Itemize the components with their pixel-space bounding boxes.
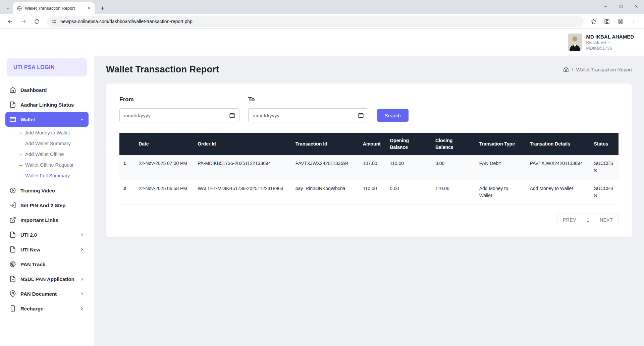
- window-maximize-button[interactable]: [613, 0, 629, 13]
- col-header-date: Date: [135, 133, 194, 155]
- submenu-item-label: Wallet Offline Request: [25, 162, 73, 168]
- window-controls: [598, 0, 644, 14]
- sidebar-item-label: Wallet: [20, 117, 75, 122]
- sidebar-item-label: PAN Track: [20, 262, 85, 267]
- map-pin-icon: [9, 290, 16, 297]
- report-card: From To: [106, 83, 632, 237]
- sidebar-item-recharge[interactable]: Recharge: [5, 301, 89, 316]
- user-text: MD IKBAL AHAMED RETAILER MDIKB51736: [586, 34, 634, 51]
- col-header-transation-details: Transation Details: [526, 133, 590, 155]
- cell-amount: 110.00: [359, 180, 386, 205]
- sidebar-logo-space: [0, 29, 94, 54]
- cell-transaction-id: PAVTXJWX24201133694: [291, 155, 359, 180]
- user-menu[interactable]: MD IKBAL AHAMED RETAILER MDIKB51736: [568, 34, 634, 51]
- breadcrumb-current: Wallet Transaction Report: [576, 67, 632, 72]
- play-circle-icon: [9, 187, 16, 194]
- cell-transation-details: PAVTXJWX24201133694: [526, 155, 590, 180]
- window-minimize-button[interactable]: [598, 0, 613, 13]
- user-role-label: RETAILER: [586, 40, 606, 45]
- submenu-item-label: Wallet Full Summary: [25, 173, 70, 178]
- cell-index: 1: [119, 155, 135, 180]
- dash-bullet: –: [19, 162, 22, 168]
- document-icon: [9, 246, 16, 253]
- external-link-icon: [9, 217, 16, 223]
- sidebar-item-wallet[interactable]: Wallet: [5, 112, 89, 127]
- chevron-down-icon: [79, 117, 85, 122]
- submenu-item-wallet-offline-request[interactable]: – Wallet Offline Request: [17, 160, 89, 170]
- document-icon: [9, 101, 16, 108]
- window-close-button[interactable]: [629, 0, 644, 13]
- breadcrumb-separator: /: [572, 67, 573, 72]
- table-row: 2 22-Nov-2025 06:58 PM WALLET-MDIKB51736…: [119, 180, 619, 205]
- calendar-icon[interactable]: [229, 112, 235, 118]
- sidebar-item-label: Training Video: [20, 188, 85, 193]
- tab-close-icon[interactable]: [86, 5, 92, 11]
- dash-bullet: –: [19, 141, 22, 146]
- sidebar-item-set-pin-and-2-step[interactable]: Set PIN And 2 Step: [5, 198, 89, 213]
- cell-date: 22-Nov-2025 07:00 PM: [135, 155, 194, 180]
- sidebar-item-pan-document[interactable]: PAN Document: [5, 286, 89, 301]
- table-header-row: Date Order Id Transaction Id Amount Open…: [119, 133, 619, 155]
- search-button[interactable]: Search: [377, 109, 409, 122]
- menu-kebab-icon[interactable]: [629, 16, 639, 27]
- submenu-item-add-wallet-offline[interactable]: – Add Wallet Offline: [17, 149, 89, 160]
- submenu-item-label: Add Wallet Summary: [25, 141, 71, 146]
- submenu-item-add-wallet-summary[interactable]: – Add Wallet Summary: [17, 138, 89, 149]
- breadcrumb-home-icon[interactable]: [563, 67, 569, 72]
- sidebar-item-label: Set PIN And 2 Step: [20, 203, 85, 208]
- target-icon: [9, 261, 16, 268]
- col-header-order-id: Order Id: [194, 133, 291, 155]
- profile-icon[interactable]: [615, 16, 626, 27]
- forward-button[interactable]: [18, 16, 29, 27]
- bookmark-star-icon[interactable]: [588, 16, 599, 27]
- sidebar-item-uti-2-0[interactable]: UTI 2.0: [5, 227, 89, 242]
- login-icon: [9, 202, 16, 209]
- col-header-status: Status: [590, 133, 619, 155]
- chevron-right-icon: [79, 291, 85, 296]
- reload-button[interactable]: [32, 16, 42, 27]
- cell-transaction-id: pay_RinnONKbqWbcna: [291, 180, 359, 205]
- url-text: newpsa.onlinepsa.com/dashboard/wallet-tr…: [60, 19, 193, 24]
- next-page-button[interactable]: NEXT: [594, 214, 619, 226]
- cell-opening-balance: 0.00: [386, 180, 431, 205]
- calendar-icon[interactable]: [358, 112, 364, 118]
- transactions-table: Date Order Id Transaction Id Amount Open…: [119, 133, 619, 205]
- user-id: MDIKB51736: [586, 46, 634, 51]
- prev-page-button[interactable]: PREV: [557, 214, 582, 226]
- cell-closing-balance: 110.00: [431, 180, 475, 205]
- page-number-button[interactable]: 1: [582, 214, 594, 226]
- sidebar-item-aadhar-linking-status[interactable]: Aadhar Linking Status: [5, 97, 89, 112]
- col-header-amount: Amount: [359, 133, 386, 155]
- brand-badge: UTI PSA LOGIN: [7, 58, 87, 76]
- site-settings-icon[interactable]: [52, 19, 57, 24]
- to-date-input[interactable]: [253, 113, 358, 118]
- cell-transation-details: Add Money to Wallet: [526, 180, 590, 205]
- tab-search-chevron-icon[interactable]: [3, 3, 13, 14]
- cell-status: SUCCESS: [590, 180, 619, 205]
- page-title: Wallet Transaction Report: [106, 64, 219, 75]
- breadcrumb: / Wallet Transaction Report: [563, 67, 632, 72]
- home-icon: [9, 86, 16, 93]
- sidebar-item-nsdl-pan-application[interactable]: NSDL PAN Application: [5, 272, 89, 286]
- sidebar-item-training-video[interactable]: Training Video: [5, 183, 89, 198]
- back-button[interactable]: [5, 16, 15, 27]
- tab-favicon-globe-icon: [17, 6, 22, 11]
- from-date-field[interactable]: [119, 108, 239, 122]
- cell-status: SUCCESS: [590, 155, 619, 180]
- submenu-item-add-money-to-wallet[interactable]: – Add Money to Wallet: [17, 127, 89, 138]
- user-role: RETAILER: [586, 40, 634, 45]
- browser-tab[interactable]: Wallet Transaction Report: [13, 2, 95, 14]
- submenu-item-wallet-full-summary[interactable]: – Wallet Full Summary: [17, 170, 89, 181]
- sidebar-item-uti-new[interactable]: UTI New: [5, 242, 89, 257]
- sidebar-item-label: Important Links: [20, 217, 85, 223]
- sidebar-menu: Dashboard Aadhar Linking Status Wallet –…: [0, 82, 94, 316]
- dash-bullet: –: [19, 152, 22, 157]
- sidebar-item-important-links[interactable]: Important Links: [5, 213, 89, 227]
- sidebar-item-pan-track[interactable]: PAN Track: [5, 257, 89, 272]
- extensions-puzzle-icon[interactable]: [602, 16, 612, 27]
- from-date-input[interactable]: [124, 113, 229, 118]
- sidebar-item-dashboard[interactable]: Dashboard: [5, 82, 89, 97]
- to-date-field[interactable]: [248, 108, 368, 122]
- address-bar[interactable]: newpsa.onlinepsa.com/dashboard/wallet-tr…: [47, 16, 584, 27]
- new-tab-button[interactable]: [97, 3, 107, 13]
